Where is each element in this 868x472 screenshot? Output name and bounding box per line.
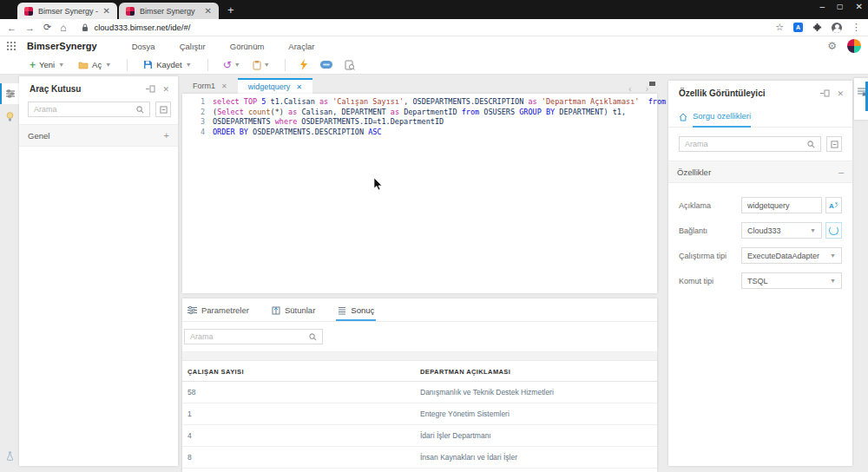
section-label: Genel: [28, 131, 164, 141]
table-row[interactable]: 8İnsan Kaynakları ve İdari İşler: [182, 447, 657, 469]
tab-sonuc[interactable]: Sonuç: [338, 305, 374, 321]
apps-waffle-icon[interactable]: [6, 41, 16, 51]
run-button[interactable]: [296, 57, 312, 72]
parameters-sliders-icon: [187, 306, 197, 314]
search-placeholder: Arama: [190, 332, 309, 341]
home-icon[interactable]: ⌂: [60, 22, 66, 34]
rail-toolbox-item[interactable]: [0, 83, 19, 104]
baglanti-value: Cloud333: [747, 226, 781, 235]
results-table: ÇALIŞAN SAYISI DEPARTMAN AÇIKLAMASI 58Da…: [182, 361, 657, 472]
bimser-logo[interactable]: [847, 39, 861, 53]
mouse-cursor: [373, 178, 384, 192]
tab-close-icon[interactable]: ✕: [103, 6, 110, 16]
open-button[interactable]: Aç ▼: [73, 58, 116, 71]
new-tab-button[interactable]: +: [227, 3, 234, 16]
undo-button[interactable]: ↺ ▼: [219, 57, 245, 73]
tag-pill-icon: [320, 61, 332, 69]
table-row[interactable]: 11Muhasebe ve Finans: [182, 469, 657, 472]
code-line[interactable]: 4ORDER BY OSDEPARTMENTS.DESCRIPTION ASC: [182, 128, 657, 138]
tab-scroll-right-icon[interactable]: ›: [646, 84, 648, 94]
new-button[interactable]: + Yeni ▼: [24, 57, 69, 73]
browser-tab-active[interactable]: Bimser Synergy - IDE ✕: [17, 3, 117, 19]
connection-tag-button[interactable]: [316, 59, 337, 70]
code-line[interactable]: 3OSDEPARTMENTS where OSDEPARTMENTS.ID=t1…: [182, 117, 657, 128]
bookmark-star-icon[interactable]: ☆: [775, 22, 784, 33]
table-row[interactable]: 4İdari İşler Departmanı: [182, 425, 657, 447]
properties-search-input[interactable]: Arama: [679, 136, 821, 152]
save-button[interactable]: Kaydet ▼: [138, 58, 197, 71]
properties-section[interactable]: Özellikler –: [668, 161, 852, 183]
tab-scroll-left-icon[interactable]: ‹: [628, 84, 631, 94]
editor-scrollbar-thumb[interactable]: [649, 82, 655, 86]
settings-gear-icon[interactable]: ⚙: [827, 40, 837, 52]
close-icon[interactable]: ✕: [837, 89, 844, 98]
komut-tipi-select[interactable]: TSQL ▼: [741, 272, 842, 289]
dock-pin-icon[interactable]: [146, 85, 155, 93]
editor-tab-form1[interactable]: Form1 ✕: [182, 78, 238, 94]
document-search-icon: [345, 60, 355, 70]
collapse-all-button[interactable]: [826, 136, 842, 152]
column-header-calisan-sayisi[interactable]: ÇALIŞAN SAYISI: [182, 361, 415, 382]
collapse-all-button[interactable]: [155, 102, 171, 117]
tab-close-icon[interactable]: ✕: [296, 83, 302, 91]
property-viewer-title: Özellik Görüntüleyici: [679, 88, 820, 98]
extensions-puzzle-icon[interactable]: [812, 23, 822, 32]
menu-calistir[interactable]: Çalıştır: [180, 42, 206, 51]
column-header-departman-aciklamasi[interactable]: DEPARTMAN AÇIKLAMASI: [415, 361, 657, 382]
menu-araclar[interactable]: Araçlar: [288, 42, 314, 51]
refresh-connection-button[interactable]: [825, 222, 842, 239]
menu-gorunum[interactable]: Görünüm: [230, 42, 265, 51]
rail-test-item[interactable]: [0, 446, 19, 465]
field-label-calistirma-tipi: Çalıştırma tipi: [679, 252, 741, 260]
svg-text:A: A: [829, 202, 834, 210]
close-icon[interactable]: ✕: [162, 85, 169, 94]
chevron-down-icon: ▼: [186, 62, 192, 68]
code-line[interactable]: 2(Select count(*) as Calisan, DEPARTMENT…: [182, 108, 657, 118]
table-cell: 1: [182, 403, 415, 425]
search-icon: [136, 106, 144, 114]
collapse-minus-icon[interactable]: –: [838, 167, 844, 177]
baglanti-select[interactable]: Cloud333 ▼: [741, 222, 822, 239]
tab-parametreler[interactable]: Parametreler: [187, 305, 249, 321]
preview-button[interactable]: [340, 58, 359, 72]
chevron-down-icon: ▼: [234, 62, 240, 68]
save-button-label: Kaydet: [156, 60, 182, 69]
table-row[interactable]: 58Danışmanlık ve Teknik Destek Hizmetler…: [182, 382, 657, 403]
profile-avatar[interactable]: [832, 23, 842, 33]
tab-close-icon[interactable]: ✕: [205, 6, 212, 16]
query-properties-tab[interactable]: Sorgu özellikleri: [668, 104, 852, 128]
aciklama-input[interactable]: widgetquery: [741, 197, 822, 213]
window-close-button[interactable]: ✕: [856, 2, 863, 11]
browser-tab-inactive[interactable]: Bimser Synergy ✕: [119, 3, 219, 19]
rail-suggestions-item[interactable]: [0, 108, 19, 127]
expand-plus-icon[interactable]: +: [164, 130, 169, 141]
toolbox-section-genel[interactable]: Genel +: [19, 124, 178, 147]
dock-pin-icon[interactable]: [820, 89, 830, 97]
window-minimize-button[interactable]: –: [819, 2, 825, 11]
chrome-menu-icon[interactable]: ⋮: [852, 22, 861, 33]
field-label-komut-tipi: Komut tipi: [679, 277, 741, 285]
reload-icon[interactable]: ⟳: [43, 22, 51, 33]
tab-sutunlar[interactable]: Sütunlar: [272, 305, 315, 321]
back-icon[interactable]: ←: [7, 23, 16, 33]
sql-code-editor[interactable]: 1select TOP 5 t1.Calisan as 'Calışan Say…: [182, 94, 657, 293]
translate-icon[interactable]: A: [793, 23, 803, 32]
results-search-input[interactable]: Arama: [184, 329, 323, 344]
toolbox-search-input[interactable]: Arama: [28, 102, 150, 117]
toolbar-separator: [207, 59, 208, 71]
editor-tab-widgetquery[interactable]: widgetquery ✕: [238, 78, 312, 94]
window-maximize-button[interactable]: ▢: [837, 3, 844, 10]
forward-icon[interactable]: →: [25, 23, 35, 33]
chevron-down-icon: ▼: [58, 62, 64, 68]
url-omnibox[interactable]: cloud333.bimser.net/ide/#/: [75, 21, 682, 35]
search-icon: [309, 333, 317, 341]
translate-field-button[interactable]: A: [825, 197, 842, 213]
table-row[interactable]: 1Entegre Yönetim Sistemleri: [182, 403, 657, 425]
right-activity-rail[interactable]: [854, 78, 868, 120]
menu-dosya[interactable]: Dosya: [132, 42, 155, 51]
code-line[interactable]: 1select TOP 5 t1.Calisan as 'Calışan Say…: [182, 97, 657, 108]
paste-button[interactable]: ▼: [248, 58, 274, 72]
calistirma-tipi-select[interactable]: ExecuteDataAdapter ▼: [741, 247, 842, 264]
tab-close-icon[interactable]: ✕: [221, 82, 227, 90]
folder-icon: [78, 61, 89, 69]
